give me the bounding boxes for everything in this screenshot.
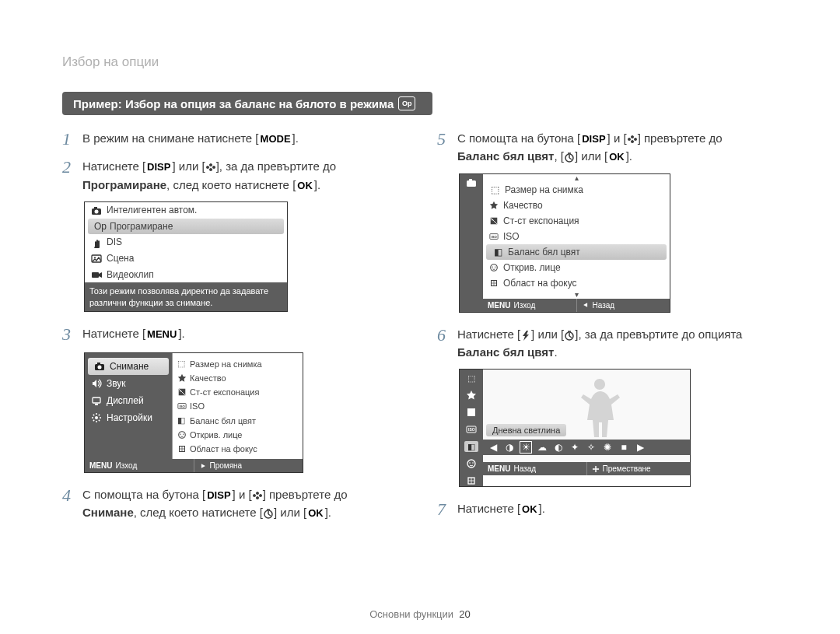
tab-sound: Звук bbox=[85, 375, 172, 392]
display-icon bbox=[91, 395, 102, 406]
wb-select-screenshot: ⬚ ◧ Дневна светлина ◀◑☀☁◐✦✧✺■▶ bbox=[459, 369, 691, 487]
key-menu: MENU bbox=[145, 328, 178, 342]
page-footer: Основни функции 20 bbox=[0, 608, 840, 620]
scene-icon bbox=[91, 253, 102, 264]
flower-icon bbox=[205, 162, 216, 173]
selected-mode-row: OpПрограмиране bbox=[88, 219, 284, 234]
mode-hint: Този режим позволява директно да задават… bbox=[85, 282, 287, 311]
focus-icon bbox=[177, 444, 187, 454]
tab-display: Дисплей bbox=[85, 392, 172, 409]
key-disp: DISP bbox=[145, 160, 172, 174]
example-banner: Пример: Избор на опция за баланс на бяло… bbox=[62, 92, 432, 115]
page-title: Избор на опции bbox=[62, 54, 778, 70]
flower-icon bbox=[627, 134, 638, 145]
star-icon bbox=[466, 390, 477, 401]
flower-icon bbox=[252, 490, 263, 501]
camera-icon bbox=[94, 361, 105, 372]
focus-icon bbox=[489, 278, 499, 288]
triangle-left-icon bbox=[582, 301, 590, 309]
focus-icon bbox=[466, 475, 477, 486]
face-icon bbox=[466, 458, 477, 469]
timer-icon bbox=[564, 330, 575, 341]
selected-option-row: ◧Баланс бял цвят bbox=[486, 244, 667, 260]
move-icon bbox=[592, 465, 600, 473]
person-silhouette bbox=[576, 374, 623, 441]
hand-icon bbox=[91, 237, 102, 248]
step-7: 7 Натиснете [OK]. bbox=[437, 499, 778, 520]
timer-icon bbox=[263, 508, 274, 519]
step-2: 2 Натиснете [DISP] или [], за да превърт… bbox=[62, 157, 403, 194]
tab-settings: Настройки bbox=[85, 409, 172, 426]
camera-icon bbox=[464, 177, 478, 188]
exposure-icon bbox=[489, 216, 499, 226]
iso-icon bbox=[177, 401, 187, 411]
step-5: 5 С помощта на бутона [DISP] и [] превър… bbox=[437, 129, 778, 166]
step-1: 1 В режим на снимане натиснете [MODE]. bbox=[62, 129, 403, 149]
tab-shooting: Снимане bbox=[88, 358, 169, 375]
step-4: 4 С помощта на бутона [DISP] и [] превър… bbox=[62, 485, 403, 522]
mode-menu-screenshot: Интелигентен автом. OpПрограмиране DIS С… bbox=[84, 201, 288, 312]
timer-icon bbox=[564, 152, 575, 163]
main-menu-screenshot: Снимане Звук Дисплей Настройки ⬚Размер н… bbox=[84, 352, 303, 473]
speaker-icon bbox=[91, 378, 102, 389]
options-menu-screenshot: ▴ ⬚Размер на снимка Качество Ст-ст експо… bbox=[459, 173, 670, 313]
wb-icon-strip: ◀◑☀☁◐✦✧✺■▶ bbox=[483, 440, 690, 455]
flash-icon bbox=[520, 330, 531, 341]
step-3: 3 Натиснете [MENU]. bbox=[62, 324, 403, 345]
iso-icon bbox=[489, 232, 499, 241]
camera-icon bbox=[91, 205, 102, 216]
star-icon bbox=[489, 201, 499, 210]
gear-icon bbox=[91, 412, 102, 423]
mode-p-icon: Op bbox=[398, 96, 415, 110]
triangle-right-icon bbox=[199, 462, 207, 470]
iso-icon bbox=[466, 424, 477, 435]
step-6: 6 Натиснете [] или [], за да превъртите … bbox=[437, 325, 778, 362]
exposure-icon bbox=[466, 407, 477, 418]
wb-label: Дневна светлина bbox=[486, 424, 566, 436]
face-icon bbox=[489, 263, 499, 272]
video-icon bbox=[91, 269, 102, 280]
face-icon bbox=[177, 430, 187, 440]
exposure-icon bbox=[177, 387, 187, 397]
star-icon bbox=[177, 373, 187, 383]
key-ok: OK bbox=[296, 179, 314, 193]
key-mode: MODE bbox=[259, 132, 292, 146]
